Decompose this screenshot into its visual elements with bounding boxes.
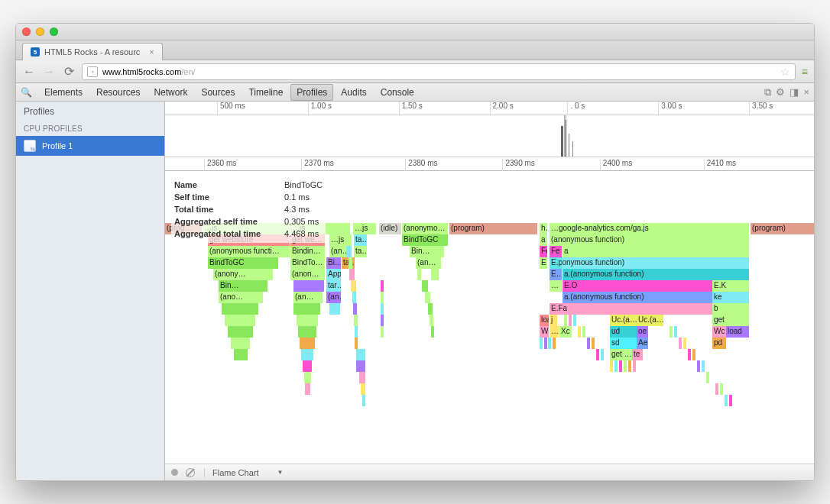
flame-bar[interactable]: load bbox=[540, 315, 549, 326]
detail-ruler[interactable]: 2360 ms2370 ms2380 ms2390 ms2400 ms2410 … bbox=[165, 157, 814, 171]
flame-bar[interactable]: Wc bbox=[540, 326, 549, 338]
flame-bar[interactable] bbox=[553, 338, 556, 349]
flame-bar[interactable] bbox=[293, 303, 320, 315]
profile-item[interactable]: Profile 1 bbox=[16, 136, 164, 156]
devtools-tab-profiles[interactable]: Profiles bbox=[290, 84, 333, 101]
flame-bar[interactable]: E.push bbox=[550, 257, 562, 269]
browser-tab[interactable]: 5 HTML5 Rocks - A resourc × bbox=[22, 43, 163, 60]
inspect-icon[interactable]: 🔍 bbox=[21, 87, 32, 98]
flame-bar[interactable] bbox=[356, 349, 365, 360]
flame-bar[interactable] bbox=[425, 292, 430, 303]
flame-bar[interactable] bbox=[569, 315, 572, 326]
flame-bar[interactable] bbox=[582, 326, 585, 338]
flame-bar[interactable]: … bbox=[550, 280, 562, 292]
flame-bar[interactable]: (an… bbox=[293, 292, 323, 303]
flame-bar[interactable] bbox=[715, 383, 718, 395]
flame-bar[interactable]: Bin… bbox=[410, 246, 444, 257]
flame-bar[interactable] bbox=[619, 360, 622, 372]
flame-bar[interactable] bbox=[381, 292, 384, 303]
reload-button[interactable]: ⟳ bbox=[62, 64, 76, 79]
flame-bar[interactable]: a bbox=[540, 234, 547, 246]
flame-bar[interactable]: E… bbox=[540, 257, 547, 269]
flame-bar[interactable]: E.K bbox=[712, 280, 749, 292]
flame-bar[interactable]: load bbox=[726, 326, 749, 338]
flame-bar[interactable] bbox=[692, 349, 695, 360]
flame-bar[interactable]: BindToGC bbox=[402, 234, 448, 246]
devtools-tab-network[interactable]: Network bbox=[148, 84, 193, 101]
flame-bar[interactable]: (anon… bbox=[290, 269, 325, 280]
flame-bar[interactable] bbox=[573, 315, 576, 326]
flame-bar[interactable] bbox=[679, 338, 682, 349]
flame-chart[interactable]: NameBindToGCSelf time0.1 msTotal time4.3… bbox=[165, 171, 814, 464]
flame-bar[interactable]: Bin… bbox=[219, 280, 267, 292]
flame-bar[interactable]: Bindin… bbox=[290, 246, 325, 257]
flame-bar[interactable] bbox=[359, 372, 365, 383]
flame-bar[interactable] bbox=[596, 349, 599, 360]
flame-bar[interactable] bbox=[300, 338, 315, 349]
flame-bar[interactable] bbox=[683, 338, 686, 349]
record-button[interactable] bbox=[171, 469, 178, 476]
devtools-tab-elements[interactable]: Elements bbox=[38, 84, 89, 101]
flame-bar[interactable]: b bbox=[712, 303, 749, 315]
flame-bar[interactable]: get … bbox=[610, 349, 632, 360]
flame-bar[interactable] bbox=[234, 349, 248, 360]
flame-bar[interactable] bbox=[422, 280, 428, 292]
flame-bar[interactable]: pd bbox=[712, 338, 726, 349]
flame-bar[interactable] bbox=[417, 269, 421, 280]
flame-bar[interactable] bbox=[351, 280, 356, 292]
flame-bar[interactable] bbox=[688, 349, 691, 360]
flame-bar[interactable]: ta… bbox=[354, 246, 367, 257]
flame-bar[interactable]: BindToGC bbox=[208, 257, 278, 269]
flame-bar[interactable]: (ano… bbox=[219, 292, 263, 303]
flame-bar[interactable] bbox=[222, 303, 258, 315]
flame-bar[interactable] bbox=[697, 360, 700, 372]
flame-bar[interactable] bbox=[633, 360, 636, 372]
console-drawer-icon[interactable]: ⧉ bbox=[764, 86, 771, 99]
flame-bar[interactable]: (anonymo… bbox=[402, 223, 448, 234]
devtools-tab-audits[interactable]: Audits bbox=[335, 84, 372, 101]
devtools-tab-resources[interactable]: Resources bbox=[90, 84, 146, 101]
overview-pane[interactable] bbox=[165, 115, 814, 157]
zoom-window-button[interactable] bbox=[50, 27, 58, 36]
flame-bar[interactable] bbox=[329, 303, 340, 315]
flame-bar[interactable] bbox=[225, 315, 255, 326]
flame-bar[interactable] bbox=[564, 315, 567, 326]
devtools-tab-sources[interactable]: Sources bbox=[195, 84, 241, 101]
flame-bar[interactable] bbox=[428, 303, 433, 315]
flame-bar[interactable] bbox=[228, 326, 253, 338]
flame-bar[interactable]: (an… bbox=[416, 257, 441, 269]
flame-bar[interactable]: Bi… bbox=[326, 257, 341, 269]
flame-bar[interactable]: get bbox=[712, 315, 749, 326]
flame-bar[interactable] bbox=[305, 383, 310, 395]
flame-bar[interactable] bbox=[349, 269, 355, 280]
flame-bar[interactable] bbox=[297, 315, 318, 326]
flame-bar[interactable]: (idle) bbox=[379, 223, 401, 234]
flame-bar[interactable]: Fe bbox=[540, 246, 547, 257]
flame-bar[interactable]: h… bbox=[540, 223, 547, 234]
close-devtools-icon[interactable]: × bbox=[803, 86, 809, 98]
flame-bar[interactable]: Apply bbox=[326, 269, 341, 280]
flame-bar[interactable] bbox=[355, 338, 358, 349]
flame-bar[interactable] bbox=[540, 338, 543, 349]
flame-bar[interactable]: sd bbox=[610, 338, 637, 349]
flame-bar[interactable] bbox=[670, 326, 673, 338]
flame-bar[interactable] bbox=[729, 395, 732, 406]
flame-bar[interactable] bbox=[548, 338, 551, 349]
flame-bar[interactable] bbox=[601, 349, 604, 360]
flame-bar[interactable] bbox=[356, 360, 365, 372]
flame-bar[interactable] bbox=[610, 360, 613, 372]
flame-bar[interactable] bbox=[349, 257, 352, 269]
flame-bar[interactable]: …js bbox=[353, 223, 376, 234]
flame-bar[interactable] bbox=[354, 315, 358, 326]
flame-bar[interactable] bbox=[431, 326, 434, 338]
flame-bar[interactable]: a bbox=[563, 246, 749, 257]
dock-icon[interactable]: ◨ bbox=[789, 86, 799, 98]
flame-bar[interactable] bbox=[544, 338, 547, 349]
flame-bar[interactable]: Wc bbox=[712, 326, 726, 338]
menu-button[interactable]: ≡ bbox=[802, 66, 808, 78]
back-button[interactable]: ← bbox=[22, 65, 36, 79]
flame-bar[interactable] bbox=[725, 395, 728, 406]
view-selector[interactable]: Flame Chart ▼ bbox=[204, 468, 283, 477]
flame-bar[interactable] bbox=[346, 246, 352, 257]
flame-bar[interactable] bbox=[674, 326, 677, 338]
